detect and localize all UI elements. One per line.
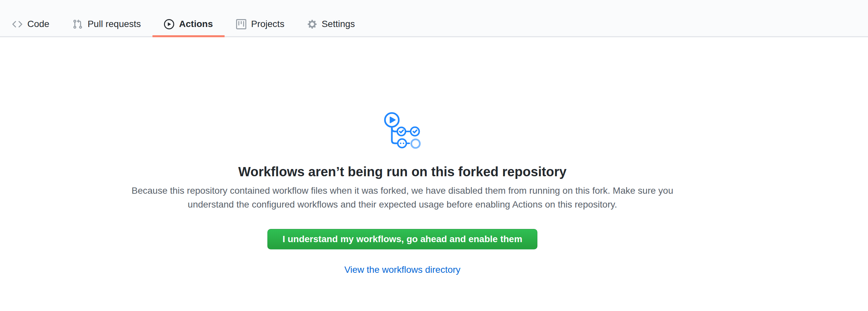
tab-label: Pull requests — [88, 20, 141, 29]
tab-code[interactable]: Code — [1, 12, 61, 36]
tab-label: Projects — [251, 20, 284, 29]
enable-workflows-button[interactable]: I understand my workflows, go ahead and … — [268, 229, 537, 249]
tab-label: Settings — [322, 20, 355, 29]
tab-settings[interactable]: Settings — [296, 12, 367, 36]
repo-nav: Code Pull requests Actions Projects Sett… — [0, 0, 868, 37]
tab-label: Actions — [179, 20, 213, 29]
code-icon — [12, 19, 22, 29]
tab-projects[interactable]: Projects — [224, 12, 296, 36]
play-icon — [164, 19, 174, 29]
gear-icon — [308, 19, 317, 29]
blankslate-heading: Workflows aren’t being run on this forke… — [0, 163, 805, 180]
blankslate-description: Because this repository contained workfl… — [131, 184, 674, 212]
actions-blankslate: Workflows aren’t being run on this forke… — [0, 37, 805, 275]
workflow-illustration-icon — [383, 111, 421, 149]
button-row: I understand my workflows, go ahead and … — [0, 212, 805, 249]
tab-pull-requests[interactable]: Pull requests — [61, 12, 152, 36]
link-row: View the workflows directory — [0, 265, 805, 275]
project-icon — [236, 19, 246, 29]
pull-request-icon — [72, 19, 83, 29]
tab-label: Code — [27, 20, 50, 29]
tab-actions[interactable]: Actions — [152, 12, 224, 36]
view-workflows-directory-link[interactable]: View the workflows directory — [344, 265, 461, 275]
